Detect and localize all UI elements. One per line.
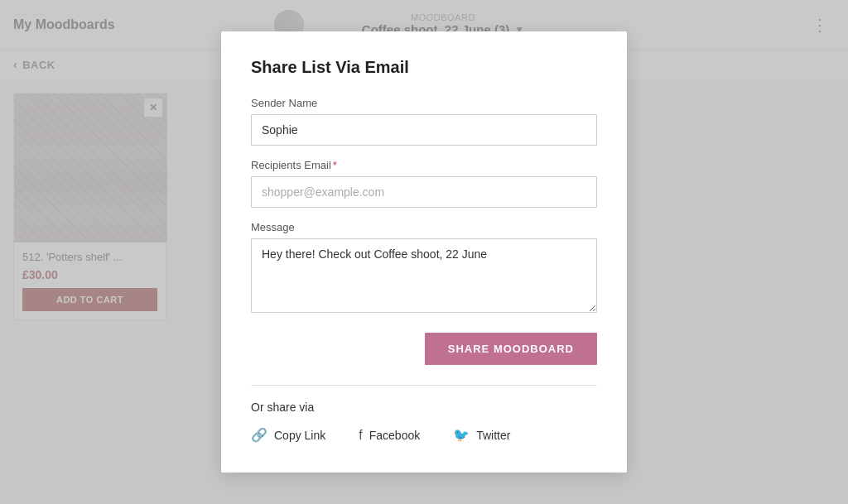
- link-icon: 🔗: [251, 427, 267, 443]
- required-indicator: *: [333, 159, 337, 171]
- message-textarea[interactable]: Hey there! Check out Coffee shoot, 22 Ju…: [251, 238, 597, 313]
- share-options: 🔗 Copy Link f Facebook 🐦 Twitter: [251, 427, 597, 443]
- recipients-label: Recipients Email*: [251, 159, 597, 171]
- sender-name-input[interactable]: [251, 114, 597, 146]
- share-moodboard-button[interactable]: SHARE MOODBOARD: [425, 333, 597, 365]
- facebook-button[interactable]: f Facebook: [359, 428, 420, 443]
- recipients-email-input[interactable]: [251, 176, 597, 208]
- copy-link-button[interactable]: 🔗 Copy Link: [251, 427, 325, 443]
- twitter-icon: 🐦: [453, 427, 470, 443]
- facebook-label: Facebook: [369, 429, 420, 442]
- twitter-button[interactable]: 🐦 Twitter: [453, 427, 510, 443]
- sender-label: Sender Name: [251, 97, 597, 109]
- sender-name-group: Sender Name: [251, 97, 597, 146]
- copy-link-label: Copy Link: [274, 429, 325, 442]
- message-label: Message: [251, 221, 597, 233]
- modal-overlay: Share List Via Email Sender Name Recipie…: [0, 0, 848, 504]
- divider: [251, 385, 597, 386]
- modal-title: Share List Via Email: [251, 58, 597, 77]
- facebook-icon: f: [359, 428, 362, 443]
- share-modal: Share List Via Email Sender Name Recipie…: [221, 31, 627, 473]
- recipients-email-group: Recipients Email*: [251, 159, 597, 208]
- message-group: Message Hey there! Check out Coffee shoo…: [251, 221, 597, 316]
- twitter-label: Twitter: [476, 429, 510, 442]
- or-share-via-label: Or share via: [251, 401, 597, 414]
